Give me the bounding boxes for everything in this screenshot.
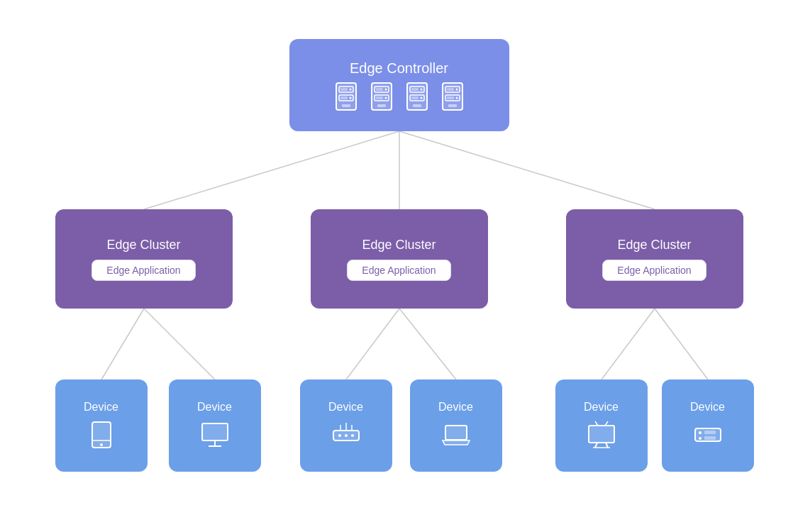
svg-line-0 — [144, 131, 399, 209]
tablet-icon — [86, 419, 117, 450]
device-4-label: Device — [438, 401, 473, 414]
device-3-label: Device — [328, 401, 363, 414]
cluster-3-app-badge: Edge Application — [602, 260, 706, 281]
svg-rect-23 — [376, 96, 383, 99]
monitor-icon — [199, 419, 231, 450]
svg-rect-40 — [448, 104, 457, 107]
svg-line-8 — [655, 309, 708, 379]
svg-point-20 — [384, 88, 387, 90]
cluster-1-app-badge: Edge Application — [92, 260, 195, 281]
svg-rect-32 — [413, 104, 421, 107]
device-6-label: Device — [690, 401, 725, 414]
svg-line-7 — [602, 309, 655, 379]
svg-point-50 — [351, 434, 354, 437]
device-3: Device — [300, 379, 392, 472]
svg-rect-24 — [377, 104, 386, 107]
cluster-2-label: Edge Cluster — [362, 238, 436, 253]
device-2: Device — [169, 379, 261, 472]
cluster-1-label: Edge Cluster — [106, 238, 180, 253]
svg-rect-65 — [704, 436, 716, 440]
svg-point-63 — [699, 437, 702, 440]
svg-rect-54 — [445, 426, 467, 440]
svg-rect-30 — [411, 88, 419, 91]
svg-point-48 — [338, 434, 341, 437]
svg-rect-16 — [342, 104, 350, 107]
server-icon-1 — [335, 82, 358, 111]
svg-rect-44 — [202, 423, 228, 440]
device-4: Device — [410, 379, 502, 472]
svg-rect-64 — [704, 431, 716, 434]
svg-point-21 — [384, 96, 387, 99]
svg-line-2 — [399, 131, 655, 209]
device-6: Device — [662, 379, 754, 472]
svg-rect-15 — [340, 96, 348, 99]
device-5: Device — [555, 379, 648, 472]
svg-point-37 — [455, 96, 458, 99]
architecture-diagram: Edge Controller — [27, 18, 772, 514]
server-icon-3 — [406, 82, 428, 111]
edge-cluster-3: Edge Cluster Edge Application — [566, 209, 743, 309]
svg-point-36 — [455, 88, 458, 90]
device-1: Device — [55, 379, 148, 472]
svg-line-5 — [346, 309, 399, 379]
laptop-icon — [440, 419, 472, 450]
controller-server-icons — [335, 82, 464, 111]
svg-point-42 — [100, 443, 103, 446]
edge-controller-node: Edge Controller — [289, 39, 509, 131]
controller-label: Edge Controller — [350, 60, 448, 77]
edge-cluster-1: Edge Cluster Edge Application — [55, 209, 233, 309]
tv-icon — [586, 419, 617, 450]
svg-point-49 — [345, 434, 348, 437]
server-icon-2 — [370, 82, 393, 111]
svg-line-4 — [144, 309, 215, 379]
nas-icon — [692, 419, 724, 450]
svg-rect-22 — [376, 88, 383, 91]
svg-point-12 — [349, 88, 351, 90]
edge-cluster-2: Edge Cluster Edge Application — [311, 209, 488, 309]
cluster-2-app-badge: Edge Application — [347, 260, 450, 281]
svg-line-6 — [399, 309, 456, 379]
svg-point-13 — [349, 96, 351, 99]
svg-line-3 — [101, 309, 144, 379]
svg-point-29 — [420, 96, 422, 99]
svg-rect-31 — [411, 96, 419, 99]
svg-point-28 — [420, 88, 422, 90]
svg-rect-38 — [447, 88, 454, 91]
device-2-label: Device — [197, 401, 232, 414]
device-5-label: Device — [584, 401, 619, 414]
svg-point-62 — [699, 431, 702, 434]
svg-rect-14 — [340, 88, 348, 91]
svg-line-57 — [606, 443, 608, 448]
device-1-label: Device — [84, 401, 118, 414]
svg-rect-55 — [589, 426, 614, 443]
svg-rect-39 — [447, 96, 454, 99]
router-icon — [331, 419, 362, 450]
svg-line-56 — [595, 443, 597, 448]
cluster-3-label: Edge Cluster — [617, 238, 691, 253]
server-icon-4 — [441, 82, 464, 111]
